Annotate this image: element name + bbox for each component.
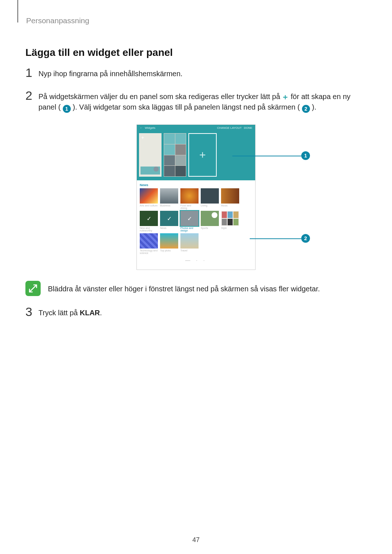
widget-item: Living xyxy=(201,188,219,209)
callout-badge-2: 2 xyxy=(302,105,310,113)
step-number: 2 xyxy=(25,89,38,102)
widget-item: Technology and science xyxy=(140,233,158,254)
callout-line xyxy=(232,156,301,156)
callout-number-2: 2 xyxy=(301,234,310,243)
step-text: På widgetskärmen väljer du en panel som … xyxy=(38,91,367,113)
page-number: 47 xyxy=(0,536,392,544)
done-label: DONE xyxy=(244,126,252,130)
add-panel xyxy=(188,133,217,177)
step-1: 1 Nyp ihop fingrarna på innehållshemskär… xyxy=(25,68,367,79)
step-3: 3 Tryck lätt på KLAR. xyxy=(25,307,367,318)
widget-area: News Arts and culture Business Food and … xyxy=(137,180,255,270)
step-text: Tryck lätt på KLAR. xyxy=(38,307,367,318)
plus-icon xyxy=(282,94,289,100)
step-text-part: ). xyxy=(312,103,316,111)
widget-item: Style xyxy=(221,211,239,232)
panel-thumb: + xyxy=(139,133,162,177)
tablet-screenshot: ← Widgets CHANGE LAYOUT DONE + xyxy=(136,124,256,270)
step-text-part: ). Välj widgetar som ska läggas till på … xyxy=(73,103,300,111)
widget-item: ✓News xyxy=(160,211,178,232)
tablet-title: Widgets xyxy=(145,126,155,130)
panel-thumb xyxy=(164,133,186,177)
widget-item: ✓New and noteworthy xyxy=(140,211,158,232)
widget-row: Arts and culture Business Food and dinin… xyxy=(140,188,252,209)
callout-badge-1: 1 xyxy=(63,105,71,113)
widget-item: ✓Photos and design xyxy=(180,211,199,232)
change-layout-label: CHANGE LAYOUT xyxy=(217,126,242,130)
klar-label: KLAR xyxy=(80,309,100,317)
widget-item: Sports xyxy=(201,211,219,232)
widget-row: ✓New and noteworthy ✓News ✓Photos and de… xyxy=(140,211,252,232)
breadcrumb: Personanpassning xyxy=(26,16,367,25)
callout-number-1: 1 xyxy=(301,151,310,160)
step-number: 1 xyxy=(25,66,38,79)
header-rule xyxy=(17,0,18,22)
widget-item: Business xyxy=(160,188,178,209)
step-text-part: . xyxy=(100,309,102,317)
pager-dots: — · · xyxy=(140,256,252,265)
callout-line xyxy=(250,238,301,239)
step-text-part: På widgetskärmen väljer du en panel som … xyxy=(38,93,282,100)
step-text: Nyp ihop fingrarna på innehållshemskärme… xyxy=(38,68,367,79)
figure: ← Widgets CHANGE LAYOUT DONE + xyxy=(25,124,367,270)
widget-item: Top picks xyxy=(160,233,178,254)
widget-row: Technology and science Top picks Travel xyxy=(140,233,252,254)
document-page: Personanpassning Lägga till en widget el… xyxy=(0,0,392,554)
widget-item: Travel xyxy=(180,233,199,254)
note-text: Bläddra åt vänster eller höger i fönstre… xyxy=(48,281,320,294)
step-number: 3 xyxy=(25,305,38,318)
widget-item: Arts and culture xyxy=(140,188,158,209)
widget-item: Food and dining xyxy=(180,188,199,209)
step-text-part: Tryck lätt på xyxy=(38,309,80,317)
tablet-header: ← Widgets CHANGE LAYOUT DONE xyxy=(137,125,255,131)
note: Bläddra åt vänster eller höger i fönstre… xyxy=(25,281,367,296)
back-icon: ← xyxy=(140,126,143,130)
step-2: 2 På widgetskärmen väljer du en panel so… xyxy=(25,91,367,113)
note-icon xyxy=(25,281,41,296)
widget-section-label: News xyxy=(140,183,252,187)
section-heading: Lägga till en widget eller panel xyxy=(25,47,367,58)
widget-item: Music xyxy=(221,188,239,209)
